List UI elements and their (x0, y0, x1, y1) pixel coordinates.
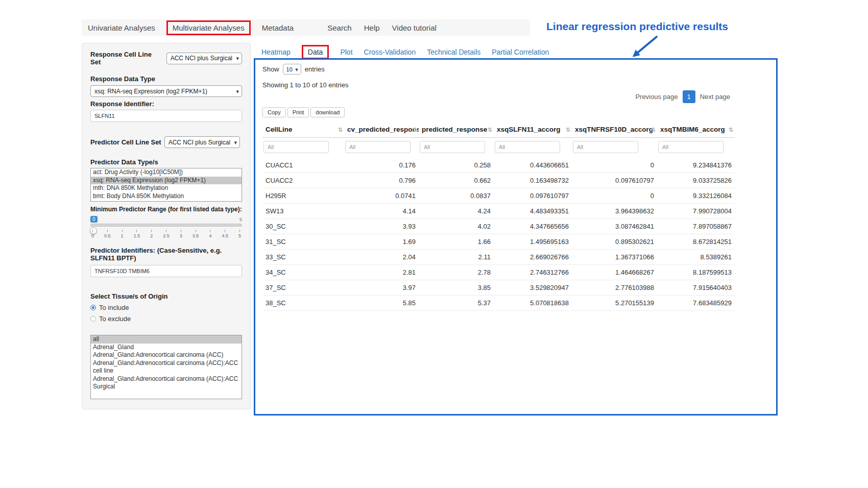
table-row[interactable]: 34_SC 2.81 2.78 2.746312766 1.464668267 … (262, 265, 735, 280)
predictor-cell-line-set-row: Predictor Cell Line Set ACC NCI plus Sur… (90, 136, 242, 148)
tab[interactable]: Technical Details (427, 46, 480, 58)
listbox-option[interactable]: all (91, 335, 242, 344)
sort-icon[interactable]: ⇅ (488, 126, 492, 133)
column-header[interactable]: xsqSLFN11_accorg ⇅ (494, 121, 572, 138)
nav-item[interactable]: Search (326, 21, 353, 34)
column-header[interactable]: predicted_response ⇅ (419, 121, 494, 138)
table-action-button[interactable]: Print (287, 107, 309, 117)
table-info-text: Showing 1 to 10 of 10 entries (262, 81, 735, 89)
tab[interactable]: Heatmap (261, 46, 291, 58)
column-header[interactable]: xsqTMBIM6_accorg ⇅ (657, 121, 735, 138)
cell-xsqtnfrsf10d-accorg: 0.097610797 (572, 173, 657, 188)
listbox-option[interactable]: Adrenal_Gland (91, 344, 242, 352)
table-row[interactable]: SW13 4.14 4.24 4.483493351 3.964398632 7… (262, 204, 735, 219)
nav-item[interactable]: Metadata (261, 21, 295, 34)
previous-page-button[interactable]: Previous page (631, 90, 682, 103)
table-body: CUACC1 0.176 0.258 0.443606651 0 9.23484… (262, 158, 735, 311)
cell-xsqslfn11-accorg: 2.669026766 (494, 250, 572, 265)
column-header[interactable]: xsqTNFRSF10D_accorg ⇅ (572, 121, 657, 138)
column-filter-input[interactable] (420, 141, 485, 153)
response-cell-line-set-select[interactable]: ACC NCI plus Surgical ▾ (166, 53, 242, 64)
tab[interactable]: Cross-Validation (364, 46, 416, 58)
tick-label: 2 (150, 233, 153, 238)
page-number-button[interactable]: 1 (683, 90, 695, 103)
radio-icon (90, 305, 96, 310)
table-row[interactable]: CUACC1 0.176 0.258 0.443606651 0 9.23484… (262, 158, 735, 173)
table-row[interactable]: 31_SC 1.69 1.66 1.495695163 0.895302621 … (262, 234, 735, 250)
table-action-button[interactable]: download (310, 107, 345, 117)
sort-icon[interactable]: ⇅ (729, 126, 733, 133)
nav-item[interactable]: Univariate Analyses (87, 21, 156, 34)
next-page-button[interactable]: Next page (695, 90, 735, 103)
predictor-identifiers-input[interactable] (90, 265, 242, 277)
cell-cv-predicted-response: 1.69 (344, 234, 419, 250)
column-header[interactable]: CellLine ⇅ (262, 121, 344, 138)
table-row[interactable]: 30_SC 3.93 4.02 4.347665656 3.087462841 … (262, 219, 735, 234)
tissue-radio[interactable]: To exclude (90, 315, 242, 323)
tick-line (107, 230, 108, 232)
predictor-cell-line-set-select[interactable]: ACC NCI plus Surgical ▾ (164, 136, 240, 148)
slider-tick: 2 (150, 230, 153, 238)
slider-tick: 0 (91, 230, 94, 238)
response-data-type-select[interactable]: xsq: RNA-seq Expression (log2 FPKM+1) ▾ (90, 85, 242, 97)
tab[interactable]: Plot (340, 46, 352, 58)
table-row[interactable]: 33_SC 2.04 2.11 2.669026766 1.367371066 … (262, 250, 735, 265)
cell-xsqtnfrsf10d-accorg: 0 (572, 158, 657, 173)
table-row[interactable]: CUACC2 0.796 0.662 0.163498732 0.0976107… (262, 173, 735, 188)
column-header[interactable]: cv_predicted_response ⇅ (344, 121, 419, 138)
sort-icon[interactable]: ⇅ (651, 126, 656, 133)
nav-item[interactable]: Multivariate Analyses (166, 20, 251, 35)
cell-cellline: 34_SC (262, 265, 344, 280)
cell-predicted-response: 0.0837 (419, 188, 494, 204)
cell-cv-predicted-response: 3.93 (344, 219, 419, 234)
sort-icon[interactable]: ⇅ (338, 126, 343, 133)
nav-item[interactable]: Help (363, 21, 381, 34)
sort-icon[interactable]: ⇅ (413, 126, 417, 133)
cell-predicted-response: 0.662 (419, 173, 494, 188)
tick-label: 3 (180, 233, 182, 238)
predictor-cell-line-set-label: Predictor Cell Line Set (90, 138, 161, 146)
listbox-option[interactable]: xsq: RNA-seq Expression (log2 FPKM+1) (91, 177, 242, 185)
table-row[interactable]: 38_SC 5.85 5.37 5.070818638 5.270155139 … (262, 296, 735, 311)
tab[interactable]: Partial Correlation (492, 46, 549, 58)
listbox-option[interactable]: Adrenal_Gland:Adrenocortical carcinoma (… (91, 351, 242, 359)
column-filter-input[interactable] (495, 141, 560, 153)
radio-icon (90, 316, 96, 322)
sort-icon[interactable]: ⇅ (566, 126, 570, 133)
nav-item[interactable]: Video tutorial (391, 21, 438, 34)
slider-tick: 1.5 (134, 230, 140, 238)
slider-max-label: 5 (239, 217, 242, 222)
tab[interactable]: Data (302, 45, 329, 59)
cell-predicted-response: 4.24 (419, 204, 494, 219)
tissue-radio[interactable]: To include (90, 304, 242, 311)
show-entries-select[interactable]: 10 ▾ (283, 64, 301, 75)
column-filter-input[interactable] (573, 141, 638, 153)
cell-xsqslfn11-accorg: 3.529820947 (494, 280, 572, 296)
column-filter-input[interactable] (345, 141, 411, 153)
cell-cv-predicted-response: 2.04 (344, 250, 419, 265)
min-predictor-range-label: Minimum Predictor Range (for first liste… (90, 206, 242, 213)
column-header-label: CellLine (266, 126, 293, 133)
cell-xsqtmbim6-accorg: 7.915640403 (657, 280, 735, 296)
results-panel: Show 10 ▾ entries Showing 1 to 10 of 10 … (254, 58, 778, 416)
column-filter-input[interactable] (658, 141, 724, 153)
cell-xsqtmbim6-accorg: 9.033725826 (657, 173, 735, 188)
select-value: ACC NCI plus Surgical (168, 139, 230, 146)
listbox-option[interactable]: act: Drug Activity (-log10[IC50M]) (91, 168, 242, 177)
table-action-button[interactable]: Copy (262, 107, 286, 117)
slider-track[interactable] (90, 224, 242, 227)
table-row[interactable]: 37_SC 3.97 3.85 3.529820947 2.776103988 … (262, 280, 735, 296)
listbox-option[interactable]: Adrenal_Gland:Adrenocortical carcinoma (… (91, 375, 242, 391)
tick-label: 4.5 (222, 233, 228, 238)
tick-line (196, 230, 196, 232)
min-predictor-range-slider[interactable]: 0 5 0 0.5 1 (90, 216, 242, 242)
cell-predicted-response: 5.37 (419, 296, 494, 311)
column-filter-input[interactable] (263, 141, 329, 153)
response-identifier-input[interactable] (90, 110, 242, 122)
tick-line (225, 230, 225, 232)
listbox-option[interactable]: bmt: Body DNA 850K Methylation (91, 192, 242, 201)
tick-label: 0.5 (104, 233, 111, 238)
table-row[interactable]: H295R 0.0741 0.0837 0.097610797 0 9.3321… (262, 188, 735, 204)
listbox-option[interactable]: mth: DNA 850K Methylation (91, 184, 242, 192)
listbox-option[interactable]: Adrenal_Gland:Adrenocortical carcinoma (… (91, 359, 242, 375)
